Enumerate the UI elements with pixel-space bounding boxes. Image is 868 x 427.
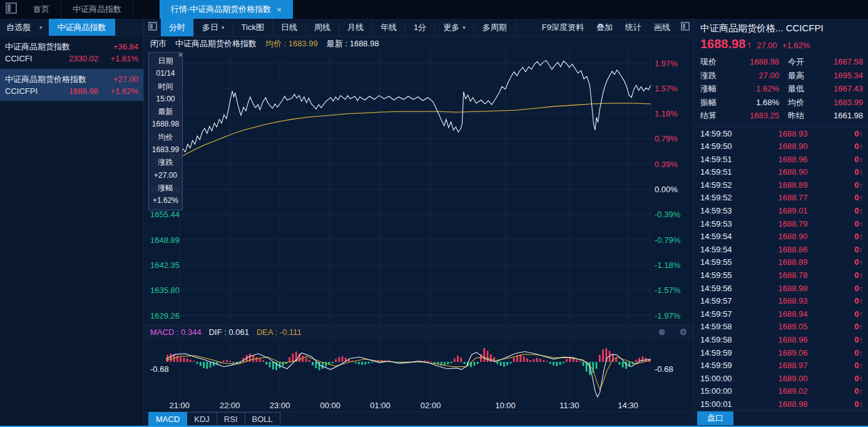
watchlist-item[interactable]: 中证商品期货指数+36.84CCICFI2330.02+1.61% bbox=[0, 36, 143, 69]
tick-time: 14:59:59 bbox=[700, 347, 744, 360]
quote-value: 1667.58 bbox=[810, 55, 863, 69]
tab-close-icon[interactable]: × bbox=[277, 5, 282, 14]
quote-label: 振幅 bbox=[700, 96, 723, 110]
tick-volume: 0↑ bbox=[842, 230, 863, 244]
group-tab-label: 中证商品指数 bbox=[58, 22, 106, 33]
toolbar-button-label: 日线 bbox=[281, 22, 297, 33]
toolbar-button-label: Tick图 bbox=[242, 22, 264, 33]
macd-scale-left: -0.68 bbox=[150, 364, 169, 374]
toolbar-button-多周期[interactable]: 多周期 bbox=[474, 19, 516, 36]
tick-time: 14:59:57 bbox=[700, 308, 744, 321]
toolbar-button-label: 1分 bbox=[414, 22, 426, 33]
toolbar-button-周线[interactable]: 周线 bbox=[306, 19, 339, 36]
quote-value: 1688.98 bbox=[723, 55, 779, 69]
tooltip-cell: 1688.98 bbox=[149, 118, 182, 130]
tooltip-close-icon[interactable]: × bbox=[178, 51, 183, 58]
intraday-chart[interactable] bbox=[148, 50, 651, 324]
indicator-tab-BOLL[interactable]: BOLL bbox=[245, 412, 280, 426]
tick-volume: 0↑ bbox=[842, 347, 863, 360]
collapse-right-panel-icon[interactable] bbox=[681, 22, 690, 31]
toolbar-button-1分[interactable]: 1分 bbox=[406, 19, 435, 36]
y-axis-pct-label: 0.00% bbox=[655, 185, 678, 194]
close-indicator-icon[interactable]: ⊗ bbox=[658, 327, 666, 337]
last-value: 1688.98 bbox=[350, 39, 379, 48]
tooltip-cell: +27.00 bbox=[149, 169, 182, 182]
tick-price: 1688.78 bbox=[744, 269, 842, 282]
top-tab-bar: 首页 中证商品指数 行情-中证商品期货价格指数 × bbox=[0, 0, 868, 19]
y-axis-pct-label: 0.79% bbox=[655, 134, 678, 143]
indicator-tab-RSI[interactable]: RSI bbox=[217, 412, 245, 426]
tick-row: 14:59:571688.940↑ bbox=[700, 308, 863, 321]
tab-pankou[interactable]: 盘口 bbox=[697, 411, 733, 425]
watchlist-item-row1: 中证商品期货指数+36.84 bbox=[5, 41, 138, 53]
tick-time: 14:59:50 bbox=[700, 128, 744, 141]
quote-price-row: 1688.98 ↑ 27.00 +1.62% bbox=[694, 34, 868, 53]
tick-time: 14:59:50 bbox=[700, 140, 744, 153]
indicator-tab-MACD[interactable]: MACD bbox=[148, 412, 187, 426]
tick-price: 1688.89 bbox=[744, 179, 842, 192]
tab-active-label: 行情-中证商品期货价格指数 bbox=[171, 4, 271, 15]
tick-time: 14:59:56 bbox=[700, 282, 744, 296]
up-arrow-icon: ↑ bbox=[747, 39, 752, 51]
last-label: 最新 : bbox=[327, 39, 350, 48]
toolbar-button-更多[interactable]: 更多▾ bbox=[435, 19, 474, 36]
instrument-code: CCICFI bbox=[5, 53, 49, 64]
quote-label: 最高 bbox=[788, 69, 810, 83]
tick-price: 1688.90 bbox=[744, 166, 842, 179]
quote-value: 1661.98 bbox=[810, 109, 863, 123]
tooltip-rows: 日期01/14时间15:00最新1688.98均价1683.99涨跌+27.00… bbox=[149, 54, 182, 207]
price-change-pct: +1.62% bbox=[782, 41, 810, 50]
tick-time: 14:59:53 bbox=[700, 205, 744, 218]
indicator-tab-KDJ[interactable]: KDJ bbox=[187, 412, 217, 426]
y-axis-pct-label: 1.57% bbox=[655, 83, 678, 93]
toolbar-tools: F9深度资料叠加统计画线 bbox=[536, 19, 677, 36]
instrument-name: 中证商品期货指数 bbox=[5, 41, 98, 53]
tooltip-cell: 涨跌 bbox=[149, 156, 182, 168]
quote-value: 1.68% bbox=[723, 96, 779, 110]
tick-volume: 0↑ bbox=[842, 256, 863, 269]
toolbar-button-分时[interactable]: 分时 bbox=[161, 19, 194, 36]
watchlist: 中证商品期货指数+36.84CCICFI2330.02+1.61%中证商品期货价… bbox=[0, 36, 143, 101]
tick-volume: 0↑ bbox=[842, 140, 863, 153]
toolbar-button-Tick图[interactable]: Tick图 bbox=[233, 19, 273, 36]
quote-gap bbox=[779, 55, 788, 69]
toolbar-tool-叠加[interactable]: 叠加 bbox=[590, 19, 619, 36]
collapse-sidebar-icon[interactable] bbox=[148, 22, 157, 31]
tick-price: 1688.77 bbox=[744, 192, 842, 205]
group-tab-active[interactable]: 中证商品指数 bbox=[49, 19, 115, 36]
toolbar-tool-统计[interactable]: 统计 bbox=[619, 19, 648, 36]
quote-value: 1.62% bbox=[723, 82, 779, 96]
tick-row: 14:59:581688.960↑ bbox=[700, 334, 863, 347]
toolbar-button-年线[interactable]: 年线 bbox=[372, 19, 406, 36]
tick-volume: 0↑ bbox=[842, 308, 863, 321]
macd-pane[interactable] bbox=[148, 339, 651, 399]
tick-volume: 0↑ bbox=[842, 334, 863, 347]
indicator-tabs: MACDKDJRSIBOLL bbox=[144, 411, 693, 426]
toolbar-button-label: 年线 bbox=[380, 22, 397, 33]
group-selector-dropdown[interactable]: 自选股 ▾ bbox=[0, 19, 49, 36]
tooltip-cell: 涨幅 bbox=[149, 182, 182, 194]
tick-time: 15:00:00 bbox=[700, 373, 744, 386]
tick-volume: 0↑ bbox=[842, 321, 863, 334]
quote-gap bbox=[779, 96, 788, 110]
tooltip-cell: 日期 bbox=[149, 54, 182, 67]
tick-row: 15:00:001689.020↑ bbox=[700, 385, 863, 398]
chart-panel: 分时多日▾Tick图日线周线月线年线1分更多▾多周期 F9深度资料叠加统计画线 … bbox=[144, 19, 693, 426]
toolbar-tool-F9深度资料[interactable]: F9深度资料 bbox=[536, 19, 590, 36]
indicator-settings-icon[interactable]: ⚙ bbox=[679, 327, 687, 337]
toolbar-button-日线[interactable]: 日线 bbox=[273, 19, 306, 36]
tick-price: 1688.90 bbox=[744, 140, 842, 153]
trading-terminal-window: 首页 中证商品指数 行情-中证商品期货价格指数 × 自选股 ▾ 中证商品指数 中… bbox=[0, 0, 868, 427]
tick-list[interactable]: 14:59:501688.930↑14:59:501688.900↑14:59:… bbox=[694, 126, 868, 411]
toolbar-button-多日[interactable]: 多日▾ bbox=[194, 19, 233, 36]
toolbar-button-月线[interactable]: 月线 bbox=[339, 19, 372, 36]
market-status: 闭市 bbox=[150, 38, 166, 49]
tab-quote-active[interactable]: 行情-中证商品期货价格指数 × bbox=[160, 0, 294, 19]
window-layout-icon[interactable] bbox=[6, 3, 17, 14]
watchlist-item[interactable]: 中证商品期货价格指数+27.00CCICFPI1688.98+1.62% bbox=[0, 69, 143, 101]
tab-home[interactable]: 首页 bbox=[22, 0, 61, 19]
tab-csi-commodity-index[interactable]: 中证商品指数 bbox=[61, 0, 133, 19]
y-axis-price-label: 1635.80 bbox=[150, 286, 180, 295]
toolbar-tool-画线[interactable]: 画线 bbox=[648, 19, 677, 36]
tick-volume: 0↑ bbox=[842, 359, 863, 373]
